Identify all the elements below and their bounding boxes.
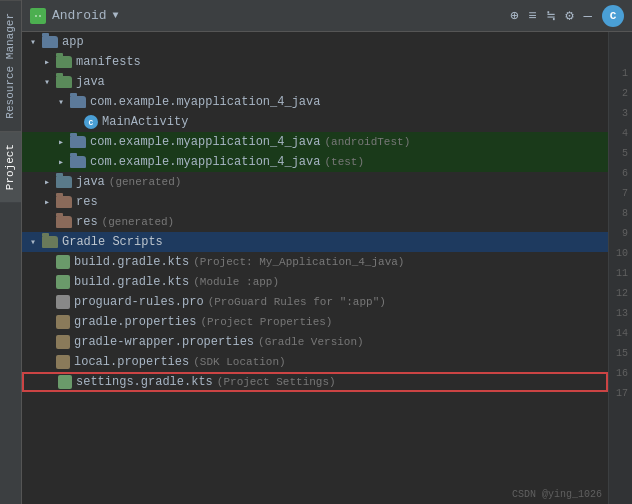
svg-line-4 bbox=[34, 10, 35, 12]
side-tabs: Resource Manager Project bbox=[0, 0, 22, 504]
align2-icon[interactable]: ≒ bbox=[547, 7, 555, 24]
line-number-7: 7 bbox=[609, 184, 632, 204]
toolbar-title: Android bbox=[52, 8, 107, 23]
line-number-10: 10 bbox=[609, 244, 632, 264]
minimize-icon[interactable]: — bbox=[584, 8, 592, 24]
globe-icon[interactable]: ⊕ bbox=[510, 7, 518, 24]
toolbar-left: Android ▼ bbox=[30, 8, 502, 24]
tree-item-res[interactable]: ▸ res bbox=[22, 192, 608, 212]
line-number-6: 6 bbox=[609, 164, 632, 184]
project-tab[interactable]: Project bbox=[0, 131, 21, 202]
svg-point-3 bbox=[39, 15, 41, 17]
tree-item-java-generated[interactable]: ▸ java(generated) bbox=[22, 172, 608, 192]
line-number-11: 11 bbox=[609, 264, 632, 284]
line-number-2: 2 bbox=[609, 84, 632, 104]
tree-item-res-generated[interactable]: res(generated) bbox=[22, 212, 608, 232]
line-number-17: 17 bbox=[609, 384, 632, 404]
svg-point-2 bbox=[35, 15, 37, 17]
tree-item-gradle-scripts[interactable]: ▾ Gradle Scripts bbox=[22, 232, 608, 252]
tree-item-com-example-android[interactable]: ▸ com.example.myapplication_4_java(andro… bbox=[22, 132, 608, 152]
profile-avatar[interactable]: C bbox=[602, 5, 624, 27]
toolbar-icons: ⊕ ≡ ≒ ⚙ — C bbox=[510, 5, 624, 27]
line-number-14: 14 bbox=[609, 324, 632, 344]
line-number-15: 15 bbox=[609, 344, 632, 364]
line-number-16: 16 bbox=[609, 364, 632, 384]
tree-item-settings-gradle[interactable]: settings.gradle.kts(Project Settings) bbox=[22, 372, 608, 392]
tree-item-manifests[interactable]: ▸ manifests bbox=[22, 52, 608, 72]
line-number-12: 12 bbox=[609, 284, 632, 304]
align1-icon[interactable]: ≡ bbox=[528, 8, 536, 24]
line-number-9: 9 bbox=[609, 224, 632, 244]
tree-item-gradle-properties[interactable]: gradle.properties(Project Properties) bbox=[22, 312, 608, 332]
file-tree: ▾ app▸ manifests▾ java▾ com.example.myap… bbox=[22, 32, 608, 504]
line-number-1: 1 bbox=[609, 64, 632, 84]
tree-item-mainactivity[interactable]: CMainActivity bbox=[22, 112, 608, 132]
settings-icon[interactable]: ⚙ bbox=[565, 7, 573, 24]
line-number-4: 4 bbox=[609, 124, 632, 144]
watermark: CSDN @ying_1026 bbox=[512, 489, 602, 500]
tree-item-gradle-wrapper[interactable]: gradle-wrapper.properties(Gradle Version… bbox=[22, 332, 608, 352]
tree-item-local-properties[interactable]: local.properties(SDK Location) bbox=[22, 352, 608, 372]
dropdown-arrow[interactable]: ▼ bbox=[113, 10, 119, 21]
content-area: Android ▼ ⊕ ≡ ≒ ⚙ — C ▾ app▸ manifests▾ … bbox=[22, 0, 632, 504]
android-icon bbox=[30, 8, 46, 24]
resource-manager-tab[interactable]: Resource Manager bbox=[0, 0, 21, 131]
line-number-3: 3 bbox=[609, 104, 632, 124]
line-numbers-panel: 1234567891011121314151617 bbox=[608, 32, 632, 504]
svg-line-5 bbox=[41, 10, 42, 12]
tree-item-build-gradle-app[interactable]: build.gradle.kts(Module :app) bbox=[22, 272, 608, 292]
line-number-5: 5 bbox=[609, 144, 632, 164]
tree-item-java[interactable]: ▾ java bbox=[22, 72, 608, 92]
tree-item-com-example-java[interactable]: ▾ com.example.myapplication_4_java bbox=[22, 92, 608, 112]
tree-item-build-gradle-project[interactable]: build.gradle.kts(Project: My_Application… bbox=[22, 252, 608, 272]
tree-item-proguard[interactable]: proguard-rules.pro(ProGuard Rules for ":… bbox=[22, 292, 608, 312]
tree-item-app[interactable]: ▾ app bbox=[22, 32, 608, 52]
tree-item-com-example-test[interactable]: ▸ com.example.myapplication_4_java(test) bbox=[22, 152, 608, 172]
line-number-18 bbox=[609, 404, 632, 424]
line-number-13: 13 bbox=[609, 304, 632, 324]
line-number-8: 8 bbox=[609, 204, 632, 224]
toolbar: Android ▼ ⊕ ≡ ≒ ⚙ — C bbox=[22, 0, 632, 32]
